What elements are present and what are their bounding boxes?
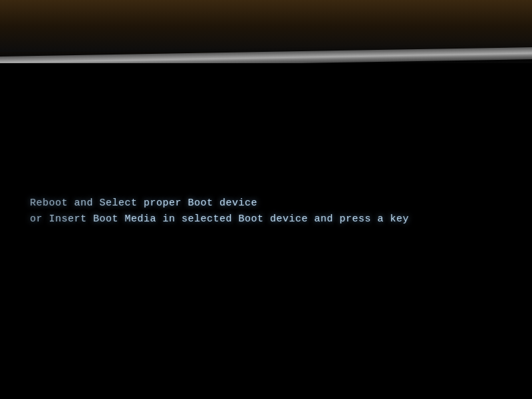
bios-line-2: or Insert Boot Media in selected Boot de… [30,211,409,227]
screen-vignette [0,126,532,399]
outer-container: Reboot and Select proper Boot device or … [0,0,532,399]
bios-message-block: Reboot and Select proper Boot device or … [0,196,409,227]
top-bezel-area [0,0,532,52]
bios-line-1: Reboot and Select proper Boot device [30,196,409,211]
screen-area: Reboot and Select proper Boot device or … [0,63,532,399]
